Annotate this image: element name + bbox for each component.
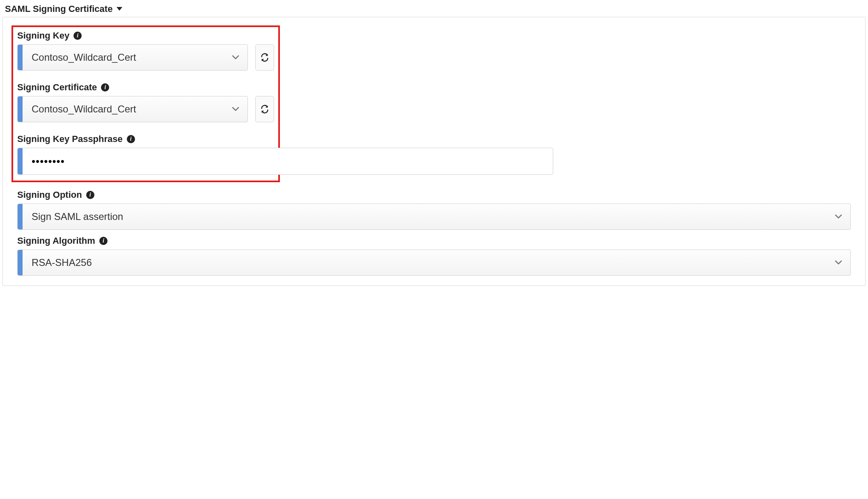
input-accent [18, 148, 23, 174]
info-icon[interactable]: i [86, 191, 94, 199]
field-signing-key: Signing Key i Contoso_Wildcard_Cert [17, 30, 274, 71]
signing-certificate-row: Contoso_Wildcard_Cert [17, 96, 274, 122]
signing-option-row: Sign SAML assertion [17, 204, 851, 230]
signing-option-select[interactable]: Sign SAML assertion [17, 204, 851, 230]
field-signing-key-passphrase: Signing Key Passphrase i [17, 134, 274, 175]
select-accent [18, 204, 23, 229]
refresh-icon [260, 53, 269, 62]
signing-key-passphrase-input[interactable] [23, 148, 553, 174]
select-accent [18, 45, 23, 70]
signing-key-passphrase-input-wrap [17, 148, 553, 175]
signing-algorithm-label-row: Signing Algorithm i [17, 236, 851, 246]
chevron-down-icon [835, 260, 850, 265]
chevron-down-icon [232, 107, 247, 112]
signing-algorithm-row: RSA-SHA256 [17, 250, 851, 276]
signing-option-value: Sign SAML assertion [23, 211, 835, 222]
section-title: SAML Signing Certificate [5, 4, 112, 14]
signing-key-label: Signing Key [17, 30, 69, 41]
field-signing-certificate: Signing Certificate i Contoso_Wildcard_C… [17, 82, 274, 122]
refresh-icon [260, 105, 269, 114]
field-signing-algorithm: Signing Algorithm i RSA-SHA256 [17, 236, 851, 276]
signing-key-refresh-button[interactable] [255, 44, 274, 71]
signing-certificate-select[interactable]: Contoso_Wildcard_Cert [17, 96, 248, 122]
info-icon[interactable]: i [127, 135, 135, 143]
signing-key-passphrase-label: Signing Key Passphrase [17, 134, 123, 144]
signing-certificate-refresh-button[interactable] [255, 96, 274, 122]
signing-key-value: Contoso_Wildcard_Cert [23, 52, 232, 63]
signing-key-passphrase-label-row: Signing Key Passphrase i [17, 134, 274, 144]
highlight-box: Signing Key i Contoso_Wildcard_Cert [11, 25, 280, 182]
section-panel: Signing Key i Contoso_Wildcard_Cert [2, 17, 866, 286]
field-signing-option: Signing Option i Sign SAML assertion [17, 190, 851, 230]
section-header[interactable]: SAML Signing Certificate [2, 2, 866, 16]
select-accent [18, 250, 23, 275]
chevron-down-icon [835, 214, 850, 219]
signing-key-select[interactable]: Contoso_Wildcard_Cert [17, 44, 248, 71]
signing-option-label-row: Signing Option i [17, 190, 851, 200]
info-icon[interactable]: i [73, 32, 82, 40]
select-accent [18, 96, 23, 122]
signing-certificate-label-row: Signing Certificate i [17, 82, 274, 93]
chevron-down-icon [232, 55, 247, 60]
signing-algorithm-select[interactable]: RSA-SHA256 [17, 250, 851, 276]
signing-certificate-label: Signing Certificate [17, 82, 97, 93]
signing-key-row: Contoso_Wildcard_Cert [17, 44, 274, 71]
signing-certificate-value: Contoso_Wildcard_Cert [23, 103, 232, 115]
svg-marker-0 [117, 7, 122, 11]
signing-key-passphrase-row [17, 148, 553, 175]
signing-algorithm-value: RSA-SHA256 [23, 257, 835, 268]
info-icon[interactable]: i [101, 83, 109, 92]
signing-option-label: Signing Option [17, 190, 82, 200]
signing-algorithm-label: Signing Algorithm [17, 236, 95, 246]
signing-key-label-row: Signing Key i [17, 30, 274, 41]
caret-down-icon [117, 7, 122, 11]
info-icon[interactable]: i [99, 237, 108, 245]
